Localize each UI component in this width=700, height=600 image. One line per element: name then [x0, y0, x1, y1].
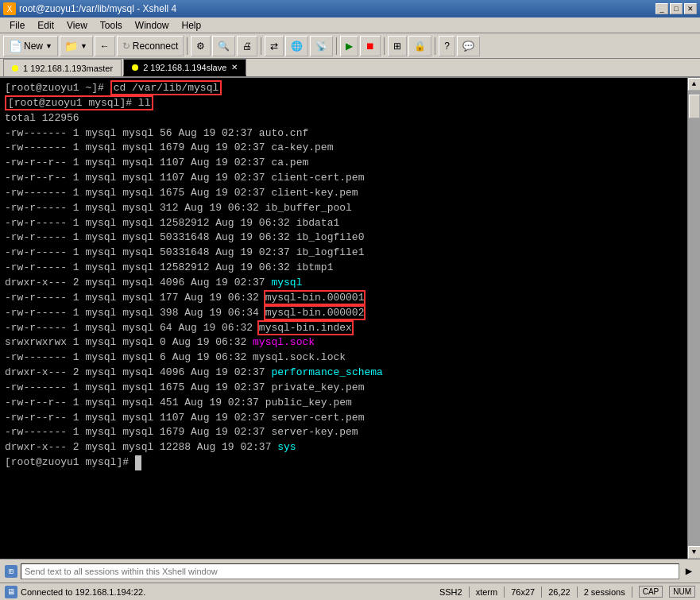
- terminal-line-2: [root@zuoyu1 mysql]# ll: [5, 96, 683, 111]
- chat-button[interactable]: 💬: [457, 36, 480, 56]
- reconnect-icon: ↻: [122, 41, 130, 52]
- sessions-label: 2 sessions: [584, 587, 625, 597]
- print-icon: 🖨: [242, 41, 252, 52]
- separator-2: [261, 37, 261, 55]
- cmd-ll: [root@zuoyu1 mysql]# ll: [5, 95, 153, 110]
- terminal-prompt-last: [root@zuoyu1 mysql]#: [5, 455, 683, 470]
- tab-session-1[interactable]: 1 192.168.1.193master: [3, 59, 122, 76]
- folder-button[interactable]: 📁 ▼: [60, 36, 93, 56]
- ssh-label: SSH2: [439, 587, 462, 597]
- terminal-line-cakey: -rw------- 1 mysql mysql 1679 Aug 19 02:…: [5, 141, 683, 156]
- terminal-line-auto: -rw------- 1 mysql mysql 56 Aug 19 02:37…: [5, 126, 683, 141]
- separator-1: [187, 37, 188, 55]
- terminal-line-socklock: -rw------- 1 mysql mysql 6 Aug 19 06:32 …: [5, 350, 683, 366]
- separator-5: [435, 37, 435, 55]
- transfer-icon: ⇄: [270, 41, 278, 52]
- terminal-line-serverkey: -rw------- 1 mysql mysql 1679 Aug 19 02:…: [5, 425, 683, 440]
- menu-tools[interactable]: Tools: [94, 18, 129, 33]
- stop-icon: ⏹: [365, 41, 375, 52]
- terminal-line-total: total 122956: [5, 111, 683, 126]
- tab-label-2: 2 192.168.1.194slave: [143, 63, 226, 72]
- terminal-line-1: [root@zuoyu1 ~]# cd /var/lib/mysql: [5, 81, 683, 96]
- lock-button[interactable]: 🔒: [408, 36, 431, 56]
- minimize-button[interactable]: _: [656, 3, 668, 14]
- folder-icon: 📁: [65, 40, 78, 52]
- scrollbar[interactable]: ▲ ▼: [687, 78, 700, 559]
- size-label: 76x27: [511, 587, 535, 597]
- menu-edit[interactable]: Edit: [31, 18, 60, 33]
- menu-window[interactable]: Window: [129, 18, 176, 33]
- close-button[interactable]: ✕: [684, 3, 697, 14]
- menu-help[interactable]: Help: [176, 18, 208, 33]
- terminal-line-clientcert: -rw-r--r-- 1 mysql mysql 1107 Aug 19 02:…: [5, 171, 683, 186]
- terminal-line-privkey: -rw------- 1 mysql mysql 1675 Aug 19 02:…: [5, 381, 683, 396]
- app-icon: X: [3, 2, 16, 15]
- scroll-thumb[interactable]: [689, 95, 700, 118]
- terminal-line-mysql-dir: drwxr-x--- 2 mysql mysql 4096 Aug 19 02:…: [5, 276, 683, 291]
- back-button[interactable]: ←: [95, 36, 115, 56]
- terminal-line-iblog1: -rw-r----- 1 mysql mysql 50331648 Aug 19…: [5, 246, 683, 261]
- tab-label-1: 1 192.168.1.193master: [23, 64, 113, 73]
- new-icon: 📄: [9, 40, 21, 52]
- tab-indicator-2: [132, 64, 138, 71]
- title-bar: X root@zuoyu1:/var/lib/mysql - Xshell 4 …: [0, 0, 700, 17]
- play-button[interactable]: ▶: [340, 36, 358, 56]
- terminal-line-perfschema: drwxr-x--- 2 mysql mysql 4096 Aug 19 02:…: [5, 366, 683, 381]
- globe-icon: 🌐: [291, 41, 303, 52]
- term-label: xterm: [476, 587, 498, 597]
- status-sep-5: [632, 586, 632, 598]
- send-bar: ⊞ ▶: [0, 559, 700, 583]
- help-button[interactable]: ?: [439, 36, 455, 56]
- send-arrow-icon[interactable]: ▶: [683, 565, 695, 578]
- zoom-icon: 🔍: [218, 41, 230, 52]
- menu-file[interactable]: File: [3, 18, 31, 33]
- print-button[interactable]: 🖨: [237, 36, 257, 56]
- zoom-button[interactable]: 🔍: [212, 36, 235, 56]
- cmd-cd: cd /var/lib/mysql: [110, 80, 222, 95]
- new-dropdown-arrow[interactable]: ▼: [45, 42, 52, 50]
- status-bar: 🖥 Connected to 192.168.1.194:22. SSH2 xt…: [0, 583, 700, 600]
- transfer-button[interactable]: ⇄: [265, 36, 284, 56]
- terminal-line-bin1: -rw-r----- 1 mysql mysql 177 Aug 19 06:3…: [5, 291, 683, 306]
- menu-view[interactable]: View: [60, 18, 94, 33]
- settings-button[interactable]: ⚙: [191, 36, 211, 56]
- scroll-up-button[interactable]: ▲: [688, 78, 701, 91]
- connection-status: Connected to 192.168.1.194:22.: [21, 587, 145, 597]
- num-indicator: NUM: [669, 586, 695, 598]
- terminal-line-bin2: -rw-r----- 1 mysql mysql 398 Aug 19 06:3…: [5, 306, 683, 321]
- status-sep-4: [577, 586, 578, 598]
- terminal-line-ibtmp: -rw-r----- 1 mysql mysql 12582912 Aug 19…: [5, 261, 683, 276]
- grid-button[interactable]: ⊞: [388, 36, 407, 56]
- status-right: SSH2 xterm 76x27 26,22 2 sessions CAP NU…: [439, 586, 695, 598]
- tab-session-2[interactable]: 2 192.168.1.194slave ✕: [123, 59, 246, 76]
- tab-close-button-2[interactable]: ✕: [231, 63, 238, 72]
- tab-bar: 1 192.168.1.193master 2 192.168.1.194sla…: [0, 59, 700, 78]
- terminal-line-pubkey: -rw-r--r-- 1 mysql mysql 451 Aug 19 02:3…: [5, 396, 683, 411]
- scroll-track[interactable]: [688, 91, 700, 546]
- terminal-line-ibdata: -rw-r----- 1 mysql mysql 12582912 Aug 19…: [5, 216, 683, 231]
- new-button[interactable]: 📄 New ▼: [3, 36, 58, 56]
- menu-bar: File Edit View Tools Window Help: [0, 17, 700, 33]
- network-button[interactable]: 📡: [310, 36, 333, 56]
- grid-icon: ⊞: [393, 41, 401, 52]
- folder-dropdown-arrow[interactable]: ▼: [80, 42, 87, 50]
- send-input[interactable]: [21, 563, 679, 579]
- stop-button[interactable]: ⏹: [360, 36, 381, 56]
- terminal-line-ibbuf: -rw-r----- 1 mysql mysql 312 Aug 19 06:3…: [5, 201, 683, 216]
- terminal-area[interactable]: [root@zuoyu1 ~]# cd /var/lib/mysql [root…: [0, 78, 700, 559]
- separator-3: [336, 37, 337, 55]
- terminal-line-binindex: -rw-r----- 1 mysql mysql 64 Aug 19 06:32…: [5, 321, 683, 336]
- play-icon: ▶: [346, 41, 353, 52]
- tab-indicator-1: [12, 65, 18, 72]
- terminal-output[interactable]: [root@zuoyu1 ~]# cd /var/lib/mysql [root…: [0, 78, 687, 559]
- scroll-down-button[interactable]: ▼: [688, 546, 701, 559]
- globe-button[interactable]: 🌐: [285, 36, 308, 56]
- terminal-line-iblog0: -rw-r----- 1 mysql mysql 50331648 Aug 19…: [5, 230, 683, 246]
- chat-icon: 💬: [462, 41, 474, 52]
- window-controls[interactable]: _ □ ✕: [656, 3, 697, 14]
- settings-icon: ⚙: [196, 41, 205, 52]
- terminal-line-sys: drwxr-x--- 2 mysql mysql 12288 Aug 19 02…: [5, 440, 683, 455]
- terminal-line-clientkey: -rw------- 1 mysql mysql 1675 Aug 19 02:…: [5, 186, 683, 201]
- reconnect-button[interactable]: ↻ Reconnect: [117, 36, 184, 56]
- maximize-button[interactable]: □: [670, 3, 683, 14]
